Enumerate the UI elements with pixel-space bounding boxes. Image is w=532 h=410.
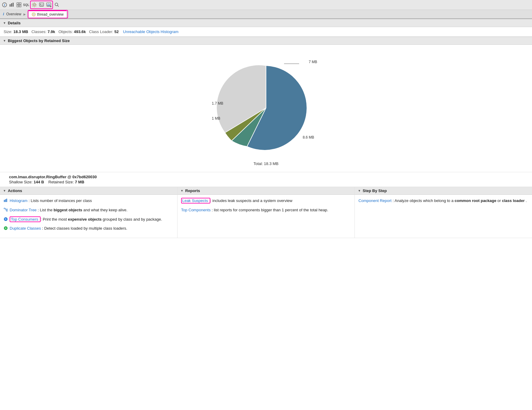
top-consumers-text: Top Consumers : Print the most expensive… [10,216,174,223]
svg-rect-4 [13,3,14,7]
svg-line-20 [57,5,59,7]
top-consumers-desc1: : Print the most [41,217,68,222]
top-consumers-desc2: grouped by class and by package. [103,217,162,222]
leak-suspects-text: Leak Suspects : includes leak suspects a… [181,198,351,204]
svg-rect-5 [17,3,19,5]
bottom-columns: ▼ Actions Histogram : Lists number of in… [0,187,532,238]
svg-rect-3 [11,3,12,7]
step-by-step-content: Component Report : Analyze objects which… [355,195,532,210]
biggest-objects-chevron[interactable]: ▼ [3,39,6,42]
actions-content: Histogram : Lists number of instances pe… [0,195,177,238]
layout1-toolbar-icon[interactable] [38,2,45,8]
retained-label: Retained Size: [48,180,74,184]
svg-rect-2 [10,4,11,7]
component-report-link[interactable]: Component Report [358,198,391,203]
tab-thread-overview-label: thread_overview [37,12,63,17]
histogram-link[interactable]: Histogram [10,198,27,203]
info-toolbar-icon[interactable]: i [1,2,8,8]
shallow-label: Shallow Size: [9,180,32,184]
step-by-step-section-header: ▼ Step By Step [355,187,532,195]
svg-rect-30 [6,199,7,202]
objects-value: 493.6k [74,29,86,34]
dominator-tree-bold: biggest objects [54,208,82,212]
size-label: Size: [4,29,12,34]
svg-point-21 [32,13,36,16]
unreachable-objects-link[interactable]: Unreachable Objects Histogram [123,29,178,34]
leak-suspects-link-wrapper: Leak Suspects [181,198,210,203]
chart-label-1-7mb: 1.7 MB [212,101,223,106]
component-report-desc2: or [497,198,502,203]
chart-label-8-6mb: 8.6 MB [303,135,314,139]
component-report-text: Component Report : Analyze objects which… [358,198,528,204]
svg-rect-6 [19,3,21,5]
step-by-step-header-label: Step By Step [363,188,387,193]
duplicate-classes-text: Duplicate Classes : Detect classes loade… [10,225,174,232]
sql-toolbar-icon[interactable]: SQL [23,2,29,8]
top-components-desc: : list reports for components bigger tha… [212,208,328,212]
biggest-objects-header-label: Biggest Objects by Retained Size [8,38,70,43]
details-chevron[interactable]: ▼ [3,21,6,25]
reports-header-label: Reports [185,188,200,193]
histogram-text: Histogram : Lists number of instances pe… [10,198,174,204]
top-consumers-item: Top Consumers : Print the most expensive… [4,216,174,223]
grid-toolbar-icon[interactable] [16,2,22,8]
actions-column: ▼ Actions Histogram : Lists number of in… [0,187,178,238]
tab-arrow: ▶ [23,13,26,16]
barchart-toolbar-icon[interactable] [8,2,15,8]
main-content: ▼ Details Size: 18.3 MB Classes: 7.9k Ob… [0,19,532,410]
chart-wrapper: 7 MB 1.7 MB 1 MB 8.6 MB [200,51,332,159]
component-report-desc1: : Analyze objects which belong to a [393,198,455,203]
info-icon: i [3,12,4,16]
details-section-header: ▼ Details [0,19,532,27]
duplicate-classes-desc: : Detect classes loaded by multiple clas… [42,226,127,231]
size-value: 18.3 MB [14,29,28,34]
tab-overview[interactable]: i Overview ▶ [1,11,28,17]
svg-point-9 [33,4,35,6]
duplicate-classes-link[interactable]: Duplicate Classes [10,226,41,231]
leak-suspects-desc: : includes leak suspects and a system ov… [210,198,292,203]
shallow-value: 144 B [34,180,44,184]
chart-section: 7 MB 1.7 MB 1 MB 8.6 MB Total: 18.3 MB [0,45,532,172]
step-by-step-chevron[interactable]: ▼ [358,189,361,192]
tabbar: i Overview ▶ thread_overview [0,10,532,19]
search-toolbar-icon[interactable] [54,2,60,8]
step-by-step-column: ▼ Step By Step Component Report : Analyz… [355,187,532,238]
actions-chevron[interactable]: ▼ [3,189,6,192]
settings-toolbar-icon[interactable] [31,2,38,8]
tab-thread-overview-wrapper: thread_overview [28,10,68,18]
histogram-desc: : Lists number of instances per class [29,198,92,203]
classloader-label: Class Loader: [89,29,113,34]
layout2-toolbar-icon[interactable]: ▼ [45,2,52,8]
histogram-item: Histogram : Lists number of instances pe… [4,198,174,204]
dominator-tree-desc2: and what they keep alive. [83,208,128,212]
svg-rect-31 [4,208,5,209]
toolbar: i SQL [0,0,532,10]
dominator-tree-link[interactable]: Dominator Tree [10,208,37,212]
biggest-objects-section-header: ▼ Biggest Objects by Retained Size [0,37,532,45]
classes-label: Classes: [32,29,47,34]
actions-header-label: Actions [8,188,22,193]
svg-point-19 [55,3,58,6]
svg-rect-12 [40,4,41,5]
component-report-bold2: class loader [502,198,524,203]
duplicate-classes-item: Duplicate Classes : Detect classes loade… [4,225,174,232]
reports-chevron[interactable]: ▼ [181,189,184,192]
reports-section-header: ▼ Reports [178,187,355,195]
leak-suspects-link[interactable]: Leak Suspects [182,198,208,203]
top-components-item: Top Components : list reports for compon… [181,207,351,213]
top-components-text: Top Components : list reports for compon… [181,207,351,213]
svg-rect-7 [17,5,19,7]
classes-value: 7.9k [48,29,55,34]
svg-rect-8 [19,5,21,7]
tab-thread-overview[interactable]: thread_overview [28,11,67,18]
chart-label-7mb: 7 MB [309,60,317,64]
thread-overview-icon [32,12,36,17]
retained-value: 7 MB [75,180,84,184]
svg-rect-28 [4,200,5,202]
component-report-desc3: . [526,198,527,203]
reports-content: Leak Suspects : includes leak suspects a… [178,195,355,219]
top-components-link[interactable]: Top Components [181,208,211,212]
chart-total: Total: 18.3 MB [253,161,278,166]
top-consumers-link[interactable]: Top Consumers [11,217,38,222]
reports-column: ▼ Reports Leak Suspects : includes leak … [178,187,355,238]
